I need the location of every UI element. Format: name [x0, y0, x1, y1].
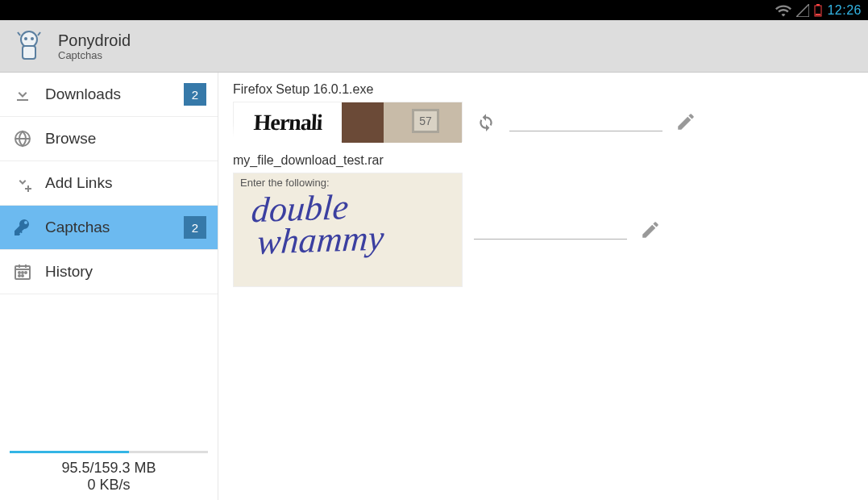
svg-point-6 [31, 37, 34, 40]
app-subtitle: Captchas [58, 49, 131, 61]
svg-rect-4 [23, 46, 35, 59]
app-icon [11, 28, 47, 64]
download-icon [11, 83, 34, 106]
sidebar-item-label: Browse [45, 130, 206, 148]
sidebar-footer: 95.5/159.3 MB 0 KB/s [0, 451, 218, 494]
sidebar-item-downloads[interactable]: Downloads 2 [0, 73, 218, 117]
captcha-filename: Firefox Setup 16.0.1.exe [233, 82, 853, 97]
app-bar: Ponydroid Captchas [0, 20, 868, 73]
svg-point-13 [25, 272, 27, 273]
captcha-text-part: Hernali [233, 102, 343, 143]
captcha-row: Firefox Setup 16.0.1.exe Hernali 57 [233, 82, 853, 142]
captcha-word-2: whammy [256, 219, 446, 258]
refresh-captcha-button[interactable] [474, 110, 498, 134]
globe-icon [11, 127, 34, 150]
svg-point-5 [24, 37, 27, 40]
edit-captcha-button[interactable] [638, 218, 662, 242]
status-clock: 12:26 [827, 3, 862, 18]
battery-icon [814, 4, 822, 17]
svg-point-15 [22, 275, 23, 277]
calendar-icon [11, 260, 34, 283]
svg-line-7 [18, 32, 20, 35]
download-progress-fill [10, 451, 129, 453]
signal-icon [796, 4, 809, 17]
speed-text: 0 KB/s [0, 477, 218, 494]
captcha-frame-number: 57 [412, 109, 439, 133]
add-download-icon [11, 172, 34, 194]
sidebar-badge: 2 [184, 83, 206, 106]
svg-point-11 [19, 272, 20, 273]
content-area: Firefox Setup 16.0.1.exe Hernali 57 [218, 73, 868, 500]
sidebar-item-label: Add Links [45, 174, 206, 192]
sidebar-item-history[interactable]: History [0, 250, 218, 294]
edit-captcha-button[interactable] [674, 110, 698, 134]
svg-point-14 [19, 275, 20, 277]
download-progress-bar [10, 451, 208, 453]
app-title: Ponydroid [58, 31, 131, 49]
pencil-icon [640, 219, 661, 240]
captcha-image: Hernali 57 [233, 102, 463, 142]
progress-text: 95.5/159.3 MB [0, 460, 218, 477]
sidebar-item-add-links[interactable]: Add Links [0, 161, 218, 206]
key-icon [11, 216, 34, 239]
sidebar-item-label: Downloads [45, 85, 184, 103]
captcha-photo-part: 57 [342, 102, 462, 143]
captcha-filename: my_file_download_test.rar [233, 153, 853, 168]
refresh-icon [476, 111, 496, 132]
svg-point-12 [22, 272, 23, 273]
wifi-icon [775, 4, 791, 17]
sidebar-item-label: History [45, 263, 206, 281]
captcha-input[interactable] [474, 220, 627, 240]
captcha-row: my_file_download_test.rar Enter the foll… [233, 153, 853, 287]
sidebar-item-captchas[interactable]: Captchas 2 [0, 206, 218, 250]
svg-rect-2 [816, 14, 820, 15]
svg-rect-1 [816, 4, 820, 6]
pencil-icon [675, 111, 696, 132]
captcha-instruction: Enter the following: [240, 177, 330, 189]
sidebar: Downloads 2 Browse Add Links Captchas 2 [0, 73, 218, 500]
sidebar-badge: 2 [184, 216, 206, 239]
sidebar-item-label: Captchas [45, 219, 184, 236]
captcha-image: Enter the following: double whammy [233, 173, 463, 287]
sidebar-item-browse[interactable]: Browse [0, 117, 218, 161]
captcha-input[interactable] [509, 112, 662, 131]
svg-line-8 [38, 32, 40, 35]
status-bar: 12:26 [0, 0, 868, 20]
